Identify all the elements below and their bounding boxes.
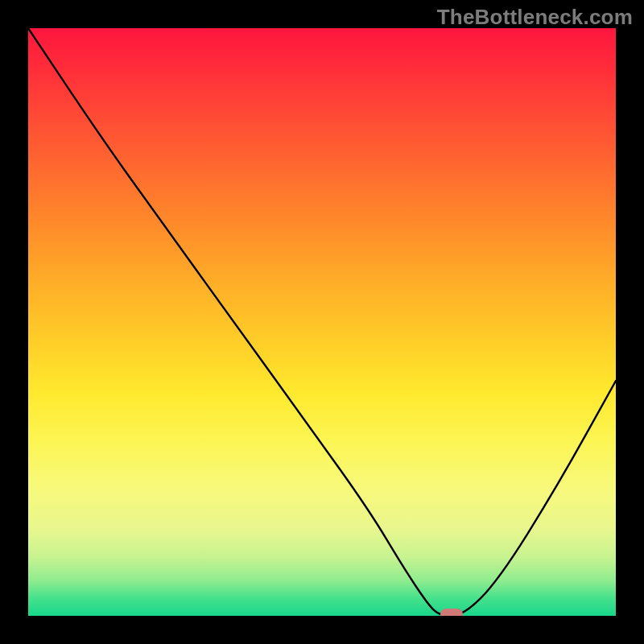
bottleneck-curve bbox=[28, 28, 616, 616]
watermark-text: TheBottleneck.com bbox=[437, 5, 633, 30]
plot-area bbox=[28, 28, 616, 616]
chart-frame: TheBottleneck.com bbox=[0, 0, 644, 644]
optimal-marker bbox=[440, 609, 463, 616]
